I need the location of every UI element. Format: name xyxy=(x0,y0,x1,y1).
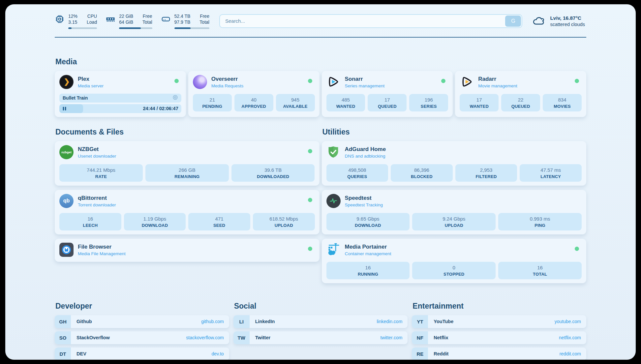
link-name: Github xyxy=(76,319,92,324)
link-url: youtube.com xyxy=(555,319,581,324)
app-subtitle: Series management xyxy=(345,83,385,88)
status-dot xyxy=(308,79,312,83)
link-url: dev.to xyxy=(212,351,224,356)
stat-tile: 17 WANTED xyxy=(460,94,499,111)
utilities-section: Utilities AdGuard Home xyxy=(322,128,587,283)
app-title: qBittorrent xyxy=(78,195,116,201)
nzbget-card[interactable]: nzbget NZBGet Usenet downloader 744.21 M… xyxy=(55,141,320,186)
lens-icon[interactable] xyxy=(172,95,178,102)
app-subtitle: Torrent downloader xyxy=(78,202,116,207)
stat-tile: 47.57 ms LATENCY xyxy=(520,164,582,182)
adguard-card[interactable]: AdGuard Home DNS and adblocking 498,508 … xyxy=(322,141,587,186)
top-bar: 12% 3.15 CPU Load xyxy=(55,13,586,29)
search-engine-button[interactable]: G xyxy=(505,15,521,27)
link-name: StackOverflow xyxy=(76,335,110,340)
app-title: NZBGet xyxy=(78,146,116,153)
link-abbr: NF xyxy=(412,331,428,344)
link-abbr: SO xyxy=(55,331,71,344)
stat-tile: 39.6 TB DOWNLOADED xyxy=(231,164,315,182)
stat-tile: 945 AVAILABLE xyxy=(276,94,315,111)
app-title: Sonarr xyxy=(345,76,385,82)
link-name: YouTube xyxy=(434,319,453,324)
memory-total-label: Total xyxy=(142,19,152,25)
link-abbr: YT xyxy=(412,315,428,328)
search-input[interactable] xyxy=(219,14,522,28)
memory-total-value: 64 GiB xyxy=(119,19,133,25)
radarr-card[interactable]: Radarr Movie management 17 WANTED 22 QUE… xyxy=(455,71,586,117)
link-dev[interactable]: DT DEV dev.to xyxy=(55,348,229,360)
app-title: File Browser xyxy=(78,244,126,250)
qbittorrent-card[interactable]: qb qBittorrent Torrent downloader 16 LEE… xyxy=(55,190,320,234)
link-github[interactable]: GH Github github.com xyxy=(55,315,229,328)
link-name: LinkedIn xyxy=(255,319,275,324)
cpu-load-value: 3.15 xyxy=(68,19,77,25)
speedtest-card[interactable]: Speedtest Speedtest Tracking 9.65 Gbps D… xyxy=(322,190,587,234)
memory-icon xyxy=(106,14,115,25)
filebrowser-icon xyxy=(59,243,74,257)
dashboard-window: 12% 3.15 CPU Load xyxy=(5,4,636,360)
link-url: stackoverflow.com xyxy=(186,335,224,340)
stat-tile: 9.65 Gbps DOWNLOAD xyxy=(326,213,410,230)
stat-tile: 16 TOTAL xyxy=(498,262,582,279)
link-youtube[interactable]: YT YouTube youtube.com xyxy=(412,315,586,328)
status-dot xyxy=(575,247,579,251)
weather-widget[interactable]: Lviv, 16.87°C scattered clouds xyxy=(532,15,586,27)
stat-tile: 471 SEED xyxy=(188,213,250,230)
portainer-card[interactable]: Media Portainer Container management 16 … xyxy=(322,239,587,283)
cpu-progress-bar xyxy=(68,27,97,29)
plex-icon: ❯ xyxy=(59,75,74,89)
pause-icon[interactable] xyxy=(62,106,67,111)
stat-tile: 834 MOVIES xyxy=(543,94,582,111)
documents-section: Documents & Files nzbget NZBGet Usenet d… xyxy=(55,128,320,262)
stat-tile: 0.993 ms PING xyxy=(498,213,582,230)
memory-progress-bar xyxy=(119,27,152,29)
link-stackoverflow[interactable]: SO StackOverflow stackoverflow.com xyxy=(55,331,229,344)
link-url: github.com xyxy=(201,319,224,324)
app-subtitle: Speedtest Tracking xyxy=(345,202,383,207)
link-reddit[interactable]: RE Reddit reddit.com xyxy=(412,348,586,360)
overseerr-card[interactable]: Overseerr Media Requests 21 PENDING 40 A… xyxy=(188,71,320,117)
adguard-icon xyxy=(326,145,341,159)
cpu-stat: 12% 3.15 CPU Load xyxy=(55,13,97,29)
documents-section-title: Documents & Files xyxy=(55,128,320,136)
stat-tile: 618.52 Mbps UPLOAD xyxy=(253,213,315,230)
stat-tile: 485 WANTED xyxy=(326,94,365,111)
disk-total-label: Total xyxy=(199,19,209,25)
filebrowser-card[interactable]: File Browser Media File Management xyxy=(55,239,320,262)
now-playing-row: Bullet Train xyxy=(59,94,181,103)
link-linkedin[interactable]: LI LinkedIn linkedin.com xyxy=(233,315,408,328)
app-title: Speedtest xyxy=(345,195,383,201)
playback-progress-bar[interactable]: 24:44 / 02:06:47 xyxy=(59,104,181,113)
media-section-title: Media xyxy=(55,57,586,66)
plex-card[interactable]: ❯ Plex Media server Bullet Train xyxy=(55,71,186,117)
status-dot xyxy=(308,198,312,202)
disk-free-label: Free xyxy=(199,13,209,19)
stat-tile: 9.24 Gbps UPLOAD xyxy=(412,213,496,230)
link-netflix[interactable]: NF Netflix netflix.com xyxy=(412,331,586,344)
status-dot xyxy=(308,247,312,251)
link-abbr: DT xyxy=(55,348,71,360)
stat-tile: 16 RUNNING xyxy=(326,262,410,279)
portainer-icon xyxy=(326,243,341,257)
disk-progress-bar xyxy=(174,27,209,29)
disk-free-value: 52.4 TB xyxy=(174,13,191,19)
sonarr-card[interactable]: Sonarr Series management 485 WANTED 17 Q… xyxy=(322,71,453,117)
entertainment-section-title: Entertainment xyxy=(412,302,586,311)
stat-tile: 196 SERIES xyxy=(409,94,448,111)
link-url: linkedin.com xyxy=(377,319,403,324)
search-bar: G xyxy=(219,14,522,28)
app-subtitle: Container management xyxy=(345,251,391,256)
link-twitter[interactable]: TW Twitter twitter.com xyxy=(233,331,408,344)
link-url: reddit.com xyxy=(560,351,581,356)
system-stats: 12% 3.15 CPU Load xyxy=(55,13,209,29)
link-abbr: GH xyxy=(55,315,71,328)
radarr-icon xyxy=(460,75,474,89)
stat-tile: 17 QUEUED xyxy=(368,94,407,111)
cpu-usage-value: 12% xyxy=(68,13,77,19)
playback-time: 24:44 / 02:06:47 xyxy=(143,106,178,111)
memory-free-value: 22 GiB xyxy=(119,13,133,19)
stat-tile: 40 APPROVED xyxy=(234,94,273,111)
disk-icon xyxy=(161,14,171,25)
media-section: Media ❯ Plex Media server Bullet Train xyxy=(55,57,586,117)
nzbget-icon: nzbget xyxy=(59,145,74,159)
